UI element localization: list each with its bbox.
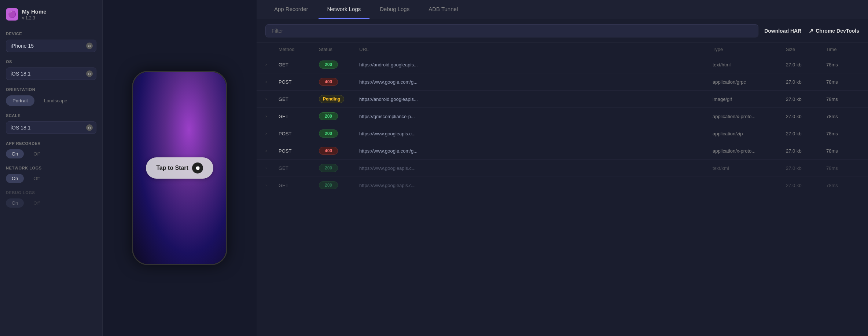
table-row[interactable]: › GET 200 https://www.googleapis.c... 27… (257, 177, 868, 194)
table-row[interactable]: › POST 400 https://www.google.com/g... a… (257, 73, 868, 91)
row-size: 27.0 kb (786, 114, 826, 119)
row-size: 27.0 kb (786, 79, 826, 85)
table-header: Method Status URL Type Size Time (257, 43, 868, 56)
tabs-bar: App Recorder Network Logs Debug Logs ADB… (257, 0, 868, 19)
row-status: 400 (319, 78, 359, 86)
tap-to-start-label: Tap to Start (156, 165, 188, 171)
col-method: Method (279, 47, 319, 52)
scale-select-wrapper: iOS 18.1 ⊖ (6, 121, 96, 134)
scale-select[interactable]: iOS 18.1 (6, 121, 96, 134)
phone-screen: Tap to Start ⏺ (133, 72, 226, 264)
row-time: 78ms (826, 62, 859, 67)
app-version: v 1.2.3 (22, 15, 47, 21)
row-chevron[interactable]: › (265, 62, 279, 67)
row-chevron[interactable]: › (265, 148, 279, 153)
debug-logs-off-button[interactable]: Off (27, 198, 45, 208)
row-status: 200 (319, 164, 359, 172)
row-type: application/x-proto... (713, 148, 786, 154)
col-status: Status (319, 47, 359, 52)
tab-debug-logs[interactable]: Debug Logs (371, 0, 418, 19)
filter-input[interactable] (265, 24, 758, 37)
app-recorder-off-button[interactable]: Off (27, 149, 45, 158)
network-logs-section: Network Logs On Off (6, 166, 96, 183)
table-row[interactable]: › GET Pending https://android.googleapis… (257, 91, 868, 108)
app-recorder-label: App Recorder (6, 141, 96, 146)
tab-adb-tunnel[interactable]: ADB Tunnel (420, 0, 467, 19)
row-status: 200 (319, 61, 359, 69)
row-url: https://www.google.com/g... (359, 79, 713, 85)
row-url: https://gmscompliance-p... (359, 114, 713, 119)
row-method: GET (279, 165, 319, 171)
table-row[interactable]: › POST 400 https://www.google.com/g... a… (257, 142, 868, 160)
row-size: 27.0 kb (786, 165, 826, 171)
row-url: https://android.googleapis... (359, 62, 713, 67)
debug-logs-toggle-row: On Off (6, 198, 96, 208)
toolbar: Download HAR ↗ Chrome DevTools (257, 19, 868, 43)
row-status: Pending (319, 95, 359, 103)
row-method: POST (279, 148, 319, 154)
row-type: text/html (713, 62, 786, 67)
row-chevron[interactable]: › (265, 96, 279, 102)
download-har-button[interactable]: Download HAR (764, 28, 801, 34)
phone-area: Tap to Start ⏺ (103, 0, 257, 336)
orientation-label: Orientation (6, 87, 96, 92)
row-time: 78ms (826, 131, 859, 136)
os-label: OS (6, 59, 96, 64)
app-recorder-on-button[interactable]: On (6, 149, 24, 158)
debug-logs-on-button[interactable]: On (6, 198, 24, 208)
row-time: 78ms (826, 148, 859, 154)
app-recorder-toggle-row: On Off (6, 149, 96, 158)
row-status: 200 (319, 129, 359, 138)
devtools-arrow-icon: ↗ (809, 28, 813, 34)
tap-to-start-button[interactable]: Tap to Start ⏺ (146, 157, 213, 179)
os-select-wrapper: iOS 18.1 ⊖ (6, 67, 96, 80)
row-url: https://www.googleapis.c... (359, 165, 713, 171)
row-chevron[interactable]: › (265, 114, 279, 119)
device-select[interactable]: iPhone 15 (6, 40, 96, 52)
scale-section: Scale iOS 18.1 ⊖ (6, 113, 96, 134)
row-status: 400 (319, 147, 359, 155)
row-size: 27.0 kb (786, 131, 826, 136)
col-chevron (265, 47, 279, 52)
table-row[interactable]: › POST 200 https://www.googleapis.c... a… (257, 125, 868, 142)
os-section: OS iOS 18.1 ⊖ (6, 59, 96, 80)
row-method: GET (279, 96, 319, 102)
row-type: text/xml (713, 165, 786, 171)
row-url: https://www.google.com/g... (359, 148, 713, 154)
main-panel: App Recorder Network Logs Debug Logs ADB… (257, 0, 868, 336)
table-row[interactable]: › GET 200 https://gmscompliance-p... app… (257, 108, 868, 125)
network-table: Method Status URL Type Size Time › GET 2… (257, 43, 868, 336)
row-time: 78ms (826, 96, 859, 102)
tab-network-logs[interactable]: Network Logs (319, 0, 370, 19)
app-name: My Home (22, 8, 47, 15)
row-status: 200 (319, 181, 359, 189)
portrait-button[interactable]: Portrait (6, 95, 34, 106)
col-time: Time (826, 47, 859, 52)
row-method: GET (279, 183, 319, 188)
tap-btn-icon: ⏺ (192, 162, 203, 174)
orientation-group: Portrait Landscape (6, 95, 96, 106)
network-logs-on-button[interactable]: On (6, 174, 24, 183)
tab-app-recorder[interactable]: App Recorder (265, 0, 317, 19)
row-status: 200 (319, 112, 359, 120)
toolbar-right: Download HAR ↗ Chrome DevTools (764, 28, 859, 34)
col-type: Type (713, 47, 786, 52)
os-select[interactable]: iOS 18.1 (6, 67, 96, 80)
debug-logs-section: Debug Logs On Off (6, 190, 96, 208)
row-chevron[interactable]: › (265, 183, 279, 188)
landscape-button[interactable]: Landscape (37, 95, 74, 106)
row-time: 78ms (826, 165, 859, 171)
row-chevron[interactable]: › (265, 79, 279, 84)
row-chevron[interactable]: › (265, 165, 279, 171)
col-url: URL (359, 47, 713, 52)
table-row[interactable]: › GET 200 https://www.googleapis.c... te… (257, 160, 868, 177)
row-time: 78ms (826, 79, 859, 85)
chrome-devtools-button[interactable]: ↗ Chrome DevTools (809, 28, 859, 34)
row-chevron[interactable]: › (265, 131, 279, 136)
devtools-label: Chrome DevTools (816, 28, 859, 34)
row-url: https://www.googleapis.c... (359, 131, 713, 136)
app-recorder-section: App Recorder On Off (6, 141, 96, 158)
network-logs-off-button[interactable]: Off (27, 174, 45, 183)
table-row[interactable]: › GET 200 https://android.googleapis... … (257, 56, 868, 73)
row-method: POST (279, 131, 319, 136)
